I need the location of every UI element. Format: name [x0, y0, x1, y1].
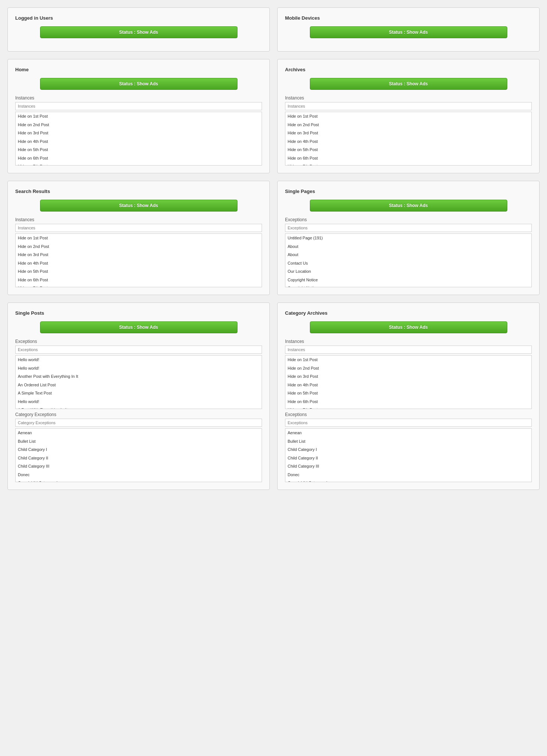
- list-item[interactable]: Hide on 1st Post: [16, 234, 262, 242]
- section-filter-single-posts[interactable]: [15, 419, 262, 427]
- panel-title-home: Home: [15, 67, 262, 72]
- list-item[interactable]: Child Category I: [285, 445, 531, 454]
- list-item[interactable]: Hide on 3rd Post: [285, 129, 531, 137]
- list-item[interactable]: Hide on 7th Post: [16, 162, 262, 166]
- status-button-category-archives[interactable]: Status : Show Ads: [310, 321, 507, 333]
- list-item[interactable]: Hide on 3rd Post: [285, 372, 531, 381]
- list-item[interactable]: Hide on 5th Post: [285, 145, 531, 154]
- list-item[interactable]: Child Category II: [16, 454, 262, 462]
- list-item[interactable]: Child Category III: [285, 462, 531, 471]
- list-item[interactable]: Hide on 5th Post: [285, 389, 531, 397]
- list-item[interactable]: Hide on 7th Post: [285, 406, 531, 409]
- panel-archives: ArchivesStatus : Show AdsInstancesHide o…: [277, 59, 540, 173]
- list-item[interactable]: Hide on 6th Post: [285, 154, 531, 163]
- list-item[interactable]: Hide on 2nd Post: [285, 121, 531, 129]
- list-item[interactable]: Hide on 3rd Post: [16, 251, 262, 259]
- list-item[interactable]: Copyright Notice: [285, 276, 531, 284]
- main-grid: Logged in UsersStatus : Show AdsMobile D…: [7, 7, 540, 490]
- panel-title-single-pages: Single Pages: [285, 189, 532, 194]
- list-item[interactable]: Hide on 2nd Post: [16, 121, 262, 129]
- list-item[interactable]: Aenean: [16, 429, 262, 437]
- panel-home: HomeStatus : Show AdsInstancesHide on 1s…: [7, 59, 270, 173]
- status-button-logged-in-users[interactable]: Status : Show Ads: [40, 26, 238, 38]
- list-item[interactable]: Hide on 6th Post: [16, 154, 262, 163]
- panel-search-results: Search ResultsStatus : Show AdsInstances…: [7, 181, 270, 295]
- list-item[interactable]: Untitled Page (191): [285, 234, 531, 242]
- list-item[interactable]: Hello world!: [16, 397, 262, 406]
- list-item[interactable]: Hello world!: [16, 364, 262, 373]
- list-item[interactable]: Hide on 4th Post: [16, 259, 262, 268]
- list-item[interactable]: Hide on 4th Post: [285, 381, 531, 389]
- panel-category-archives: Category ArchivesStatus : Show AdsInstan…: [277, 302, 540, 490]
- list-item[interactable]: Hide on 1st Post: [16, 112, 262, 121]
- panel-title-archives: Archives: [285, 67, 532, 72]
- list-item[interactable]: Hide on 2nd Post: [16, 242, 262, 251]
- list-item[interactable]: Hide on 4th Post: [16, 137, 262, 146]
- list-box-home[interactable]: Hide on 1st PostHide on 2nd PostHide on …: [15, 112, 262, 166]
- list-box-single-pages[interactable]: Untitled Page (191)AboutAboutContact UsO…: [285, 233, 532, 287]
- status-button-mobile-devices[interactable]: Status : Show Ads: [310, 26, 507, 38]
- list-item[interactable]: Bullet List: [16, 437, 262, 446]
- panel-title-single-posts: Single Posts: [15, 310, 262, 316]
- list-item[interactable]: About: [285, 242, 531, 251]
- section-filter-search-results[interactable]: [15, 224, 262, 232]
- status-button-home[interactable]: Status : Show Ads: [40, 78, 238, 90]
- list-item[interactable]: Child Category II: [285, 454, 531, 462]
- list-item[interactable]: About: [285, 251, 531, 259]
- section-label-search-results: Instances: [15, 217, 262, 222]
- list-item[interactable]: Hide on 1st Post: [285, 112, 531, 121]
- list-item[interactable]: Copyright Notice: [285, 284, 531, 287]
- list-item[interactable]: Hide on 3rd Post: [16, 129, 262, 137]
- panel-single-posts: Single PostsStatus : Show AdsExceptionsH…: [7, 302, 270, 490]
- panel-logged-in-users: Logged in UsersStatus : Show Ads: [7, 7, 270, 52]
- list-item[interactable]: Hide on 5th Post: [16, 267, 262, 276]
- list-item[interactable]: Hide on 7th Post: [285, 162, 531, 166]
- section-filter-single-posts[interactable]: [15, 346, 262, 354]
- list-item[interactable]: An Ordered List Post: [16, 381, 262, 389]
- list-item[interactable]: A Post With Everything In It: [16, 406, 262, 409]
- section-filter-home[interactable]: [15, 102, 262, 110]
- list-item[interactable]: Hide on 4th Post: [285, 137, 531, 146]
- list-item[interactable]: Hide on 5th Post: [16, 145, 262, 154]
- section-label-home: Instances: [15, 95, 262, 101]
- section-label-category-archives: Exceptions: [285, 412, 532, 417]
- status-button-search-results[interactable]: Status : Show Ads: [40, 200, 238, 212]
- list-item[interactable]: Donec: [285, 471, 531, 479]
- list-item[interactable]: Grandchild Category I: [16, 479, 262, 482]
- list-item[interactable]: Aenean: [285, 429, 531, 437]
- status-button-single-pages[interactable]: Status : Show Ads: [310, 200, 507, 212]
- list-item[interactable]: Hide on 7th Post: [16, 284, 262, 287]
- list-item[interactable]: Child Category III: [16, 462, 262, 471]
- list-item[interactable]: Donec: [16, 471, 262, 479]
- list-item[interactable]: Hide on 6th Post: [285, 397, 531, 406]
- list-item[interactable]: Our Location: [285, 267, 531, 276]
- panel-title-logged-in-users: Logged in Users: [15, 15, 262, 21]
- list-item[interactable]: Hide on 6th Post: [16, 276, 262, 284]
- section-label-category-archives: Instances: [285, 339, 532, 344]
- panel-single-pages: Single PagesStatus : Show AdsExceptionsU…: [277, 181, 540, 295]
- section-label-single-posts: Category Exceptions: [15, 412, 262, 417]
- section-label-archives: Instances: [285, 95, 532, 101]
- section-filter-category-archives[interactable]: [285, 419, 532, 427]
- section-filter-single-pages[interactable]: [285, 224, 532, 232]
- list-item[interactable]: Grandchild Category I: [285, 479, 531, 482]
- status-button-single-posts[interactable]: Status : Show Ads: [40, 321, 238, 333]
- panel-title-category-archives: Category Archives: [285, 310, 532, 316]
- list-item[interactable]: A Simple Text Post: [16, 389, 262, 397]
- status-button-archives[interactable]: Status : Show Ads: [310, 78, 507, 90]
- list-box-single-posts[interactable]: Hello world!Hello world!Another Post wit…: [15, 355, 262, 409]
- list-item[interactable]: Another Post with Everything In It: [16, 372, 262, 381]
- list-item[interactable]: Child Category I: [16, 445, 262, 454]
- list-box-archives[interactable]: Hide on 1st PostHide on 2nd PostHide on …: [285, 112, 532, 166]
- list-box-search-results[interactable]: Hide on 1st PostHide on 2nd PostHide on …: [15, 233, 262, 287]
- list-item[interactable]: Hide on 1st Post: [285, 356, 531, 364]
- section-filter-archives[interactable]: [285, 102, 532, 110]
- list-item[interactable]: Hello world!: [16, 356, 262, 364]
- list-item[interactable]: Bullet List: [285, 437, 531, 446]
- section-filter-category-archives[interactable]: [285, 346, 532, 354]
- list-box-single-posts[interactable]: AeneanBullet ListChild Category IChild C…: [15, 428, 262, 482]
- list-box-category-archives[interactable]: Hide on 1st PostHide on 2nd PostHide on …: [285, 355, 532, 409]
- list-item[interactable]: Hide on 2nd Post: [285, 364, 531, 373]
- list-item[interactable]: Contact Us: [285, 259, 531, 268]
- list-box-category-archives[interactable]: AeneanBullet ListChild Category IChild C…: [285, 428, 532, 482]
